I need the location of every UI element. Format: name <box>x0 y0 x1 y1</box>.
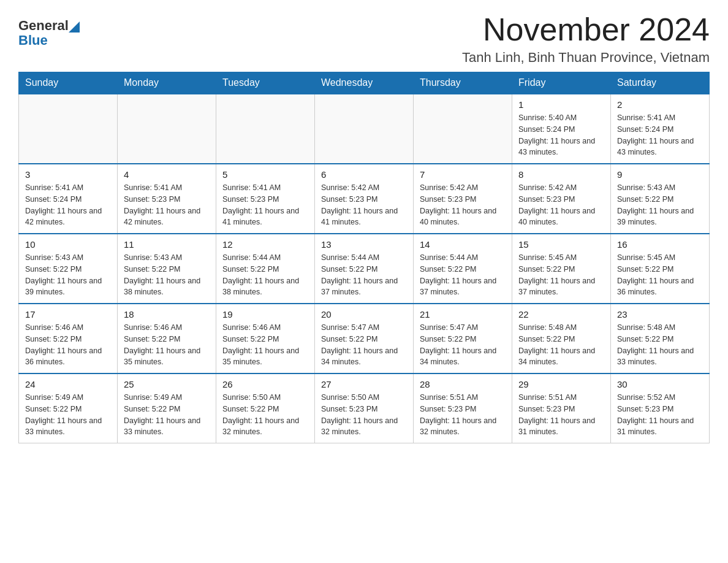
day-info: Sunrise: 5:50 AMSunset: 5:23 PMDaylight:… <box>321 392 407 438</box>
day-info: Sunrise: 5:41 AMSunset: 5:24 PMDaylight:… <box>25 182 111 228</box>
weekday-header-row: SundayMondayTuesdayWednesdayThursdayFrid… <box>19 72 710 94</box>
day-info: Sunrise: 5:46 AMSunset: 5:22 PMDaylight:… <box>25 322 111 368</box>
day-number: 24 <box>25 379 111 389</box>
weekday-monday: Monday <box>118 72 216 94</box>
day-number: 17 <box>25 309 111 320</box>
month-title: November 2024 <box>462 12 710 47</box>
calendar-cell: 1Sunrise: 5:40 AMSunset: 5:24 PMDaylight… <box>512 94 611 164</box>
day-number: 12 <box>222 239 308 250</box>
day-info: Sunrise: 5:48 AMSunset: 5:22 PMDaylight:… <box>518 322 604 368</box>
calendar-cell: 11Sunrise: 5:43 AMSunset: 5:22 PMDayligh… <box>118 234 216 304</box>
day-number: 28 <box>420 379 506 389</box>
day-number: 19 <box>222 309 308 320</box>
day-info: Sunrise: 5:42 AMSunset: 5:23 PMDaylight:… <box>518 182 604 228</box>
calendar-cell: 23Sunrise: 5:48 AMSunset: 5:22 PMDayligh… <box>611 304 710 373</box>
day-info: Sunrise: 5:42 AMSunset: 5:23 PMDaylight:… <box>321 182 407 228</box>
day-info: Sunrise: 5:49 AMSunset: 5:22 PMDaylight:… <box>25 392 111 438</box>
calendar-table: SundayMondayTuesdayWednesdayThursdayFrid… <box>18 72 710 443</box>
day-number: 22 <box>518 309 604 320</box>
calendar-cell: 8Sunrise: 5:42 AMSunset: 5:23 PMDaylight… <box>512 164 611 234</box>
day-info: Sunrise: 5:41 AMSunset: 5:23 PMDaylight:… <box>124 182 210 228</box>
calendar-cell: 10Sunrise: 5:43 AMSunset: 5:22 PMDayligh… <box>19 234 118 304</box>
calendar-cell <box>118 94 216 164</box>
day-info: Sunrise: 5:43 AMSunset: 5:22 PMDaylight:… <box>25 252 111 298</box>
day-number: 23 <box>617 309 703 320</box>
week-row-1: 1Sunrise: 5:40 AMSunset: 5:24 PMDaylight… <box>19 94 710 164</box>
calendar-cell: 2Sunrise: 5:41 AMSunset: 5:24 PMDaylight… <box>611 94 710 164</box>
day-number: 4 <box>124 169 210 180</box>
day-info: Sunrise: 5:44 AMSunset: 5:22 PMDaylight:… <box>222 252 308 298</box>
calendar-cell: 22Sunrise: 5:48 AMSunset: 5:22 PMDayligh… <box>512 304 611 373</box>
day-info: Sunrise: 5:43 AMSunset: 5:22 PMDaylight:… <box>124 252 210 298</box>
calendar-cell: 12Sunrise: 5:44 AMSunset: 5:22 PMDayligh… <box>216 234 315 304</box>
day-number: 1 <box>518 99 604 110</box>
day-info: Sunrise: 5:51 AMSunset: 5:23 PMDaylight:… <box>420 392 506 438</box>
calendar-cell: 26Sunrise: 5:50 AMSunset: 5:22 PMDayligh… <box>216 373 315 443</box>
calendar-cell: 30Sunrise: 5:52 AMSunset: 5:23 PMDayligh… <box>611 373 710 443</box>
day-number: 18 <box>124 309 210 320</box>
calendar-cell: 20Sunrise: 5:47 AMSunset: 5:22 PMDayligh… <box>315 304 414 373</box>
page-header: General Blue November 2024 Tanh Linh, Bi… <box>18 12 710 66</box>
day-info: Sunrise: 5:47 AMSunset: 5:22 PMDaylight:… <box>321 322 407 368</box>
calendar-cell: 27Sunrise: 5:50 AMSunset: 5:23 PMDayligh… <box>315 373 414 443</box>
svg-marker-0 <box>69 21 80 33</box>
calendar-cell: 13Sunrise: 5:44 AMSunset: 5:22 PMDayligh… <box>315 234 414 304</box>
day-info: Sunrise: 5:52 AMSunset: 5:23 PMDaylight:… <box>617 392 703 438</box>
day-info: Sunrise: 5:44 AMSunset: 5:22 PMDaylight:… <box>420 252 506 298</box>
calendar-cell: 19Sunrise: 5:46 AMSunset: 5:22 PMDayligh… <box>216 304 315 373</box>
calendar-cell <box>19 94 118 164</box>
day-number: 15 <box>518 239 604 250</box>
day-number: 27 <box>321 379 407 389</box>
day-number: 11 <box>124 239 210 250</box>
calendar-cell: 21Sunrise: 5:47 AMSunset: 5:22 PMDayligh… <box>414 304 512 373</box>
day-number: 25 <box>124 379 210 389</box>
calendar-cell: 14Sunrise: 5:44 AMSunset: 5:22 PMDayligh… <box>414 234 512 304</box>
weekday-tuesday: Tuesday <box>216 72 315 94</box>
calendar-cell <box>315 94 414 164</box>
calendar-cell: 16Sunrise: 5:45 AMSunset: 5:22 PMDayligh… <box>611 234 710 304</box>
week-row-3: 10Sunrise: 5:43 AMSunset: 5:22 PMDayligh… <box>19 234 710 304</box>
logo: General Blue <box>18 18 80 48</box>
day-number: 7 <box>420 169 506 180</box>
day-info: Sunrise: 5:45 AMSunset: 5:22 PMDaylight:… <box>518 252 604 298</box>
calendar-cell: 15Sunrise: 5:45 AMSunset: 5:22 PMDayligh… <box>512 234 611 304</box>
logo-general-text: General <box>18 18 69 33</box>
day-number: 16 <box>617 239 703 250</box>
logo-arrow-icon <box>69 19 80 33</box>
weekday-thursday: Thursday <box>414 72 512 94</box>
weekday-wednesday: Wednesday <box>315 72 414 94</box>
calendar-cell: 4Sunrise: 5:41 AMSunset: 5:23 PMDaylight… <box>118 164 216 234</box>
day-number: 3 <box>25 169 111 180</box>
calendar-cell: 18Sunrise: 5:46 AMSunset: 5:22 PMDayligh… <box>118 304 216 373</box>
day-info: Sunrise: 5:42 AMSunset: 5:23 PMDaylight:… <box>420 182 506 228</box>
day-info: Sunrise: 5:51 AMSunset: 5:23 PMDaylight:… <box>518 392 604 438</box>
day-info: Sunrise: 5:50 AMSunset: 5:22 PMDaylight:… <box>222 392 308 438</box>
calendar-cell: 28Sunrise: 5:51 AMSunset: 5:23 PMDayligh… <box>414 373 512 443</box>
day-info: Sunrise: 5:46 AMSunset: 5:22 PMDaylight:… <box>222 322 308 368</box>
calendar-cell: 6Sunrise: 5:42 AMSunset: 5:23 PMDaylight… <box>315 164 414 234</box>
weekday-saturday: Saturday <box>611 72 710 94</box>
day-number: 29 <box>518 379 604 389</box>
day-number: 6 <box>321 169 407 180</box>
week-row-4: 17Sunrise: 5:46 AMSunset: 5:22 PMDayligh… <box>19 304 710 373</box>
title-section: November 2024 Tanh Linh, Binh Thuan Prov… <box>462 12 710 66</box>
weekday-sunday: Sunday <box>19 72 118 94</box>
day-number: 8 <box>518 169 604 180</box>
calendar-cell: 24Sunrise: 5:49 AMSunset: 5:22 PMDayligh… <box>19 373 118 443</box>
weekday-friday: Friday <box>512 72 611 94</box>
day-number: 9 <box>617 169 703 180</box>
day-info: Sunrise: 5:43 AMSunset: 5:22 PMDaylight:… <box>617 182 703 228</box>
week-row-5: 24Sunrise: 5:49 AMSunset: 5:22 PMDayligh… <box>19 373 710 443</box>
day-info: Sunrise: 5:41 AMSunset: 5:24 PMDaylight:… <box>617 112 703 158</box>
day-number: 14 <box>420 239 506 250</box>
day-number: 2 <box>617 99 703 110</box>
day-info: Sunrise: 5:41 AMSunset: 5:23 PMDaylight:… <box>222 182 308 228</box>
day-info: Sunrise: 5:44 AMSunset: 5:22 PMDaylight:… <box>321 252 407 298</box>
day-info: Sunrise: 5:46 AMSunset: 5:22 PMDaylight:… <box>124 322 210 368</box>
day-info: Sunrise: 5:48 AMSunset: 5:22 PMDaylight:… <box>617 322 703 368</box>
week-row-2: 3Sunrise: 5:41 AMSunset: 5:24 PMDaylight… <box>19 164 710 234</box>
calendar-cell: 9Sunrise: 5:43 AMSunset: 5:22 PMDaylight… <box>611 164 710 234</box>
location-title: Tanh Linh, Binh Thuan Province, Vietnam <box>462 50 710 66</box>
day-info: Sunrise: 5:47 AMSunset: 5:22 PMDaylight:… <box>420 322 506 368</box>
day-info: Sunrise: 5:45 AMSunset: 5:22 PMDaylight:… <box>617 252 703 298</box>
